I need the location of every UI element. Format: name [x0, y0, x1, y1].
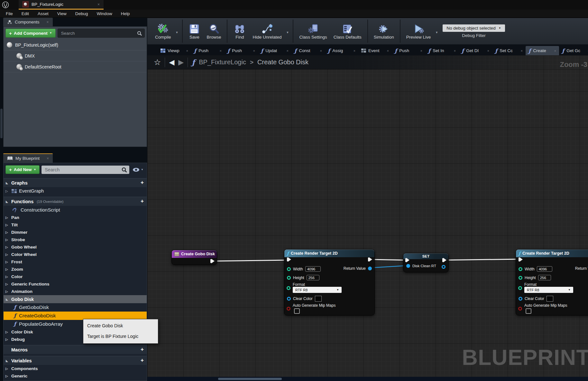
expander-icon[interactable]: ▷	[5, 330, 9, 334]
clear-color-pin-row[interactable]: Clear Color	[519, 296, 553, 302]
expander-icon[interactable]: ▷	[5, 268, 9, 271]
close-icon[interactable]: ×	[387, 49, 389, 53]
save-button[interactable]: Save	[188, 23, 200, 40]
height-value-input[interactable]	[538, 275, 551, 280]
exec-output-pin[interactable]	[442, 258, 446, 262]
close-icon[interactable]: ×	[47, 156, 49, 161]
graph-canvas[interactable]: Create Gobo Disk ƒ Create Render Target …	[147, 55, 588, 377]
add-new-button[interactable]: + Add New ▼	[5, 165, 40, 174]
node-set-disk-clean-rt[interactable]: SET Disk Clean RT	[403, 253, 449, 272]
enum-pin-icon[interactable]	[518, 286, 522, 290]
function-category-frost[interactable]: ▷Frost	[4, 258, 147, 266]
horizontal-scrollbar[interactable]	[218, 378, 282, 380]
menu-debug[interactable]: Debug	[75, 11, 88, 16]
graph-tab-push-2[interactable]: ƒPush×	[225, 46, 258, 55]
function-category-animation[interactable]: ▷Animation	[4, 288, 147, 295]
menu-edit[interactable]: Edit	[22, 11, 29, 16]
graph-tab-event[interactable]: Event×	[358, 46, 392, 55]
exec-output-pin[interactable]	[210, 259, 215, 263]
menu-help[interactable]: Help	[121, 11, 130, 16]
close-icon[interactable]: ×	[47, 20, 49, 24]
color-swatch[interactable]	[547, 296, 553, 302]
graph-tab-get-g[interactable]: ƒGet Gc×	[559, 46, 588, 55]
expander-icon[interactable]: ▷	[5, 275, 9, 278]
tree-row-defaultsceneroot[interactable]: DefaultSceneRoot	[4, 61, 147, 72]
compile-button[interactable]: Compile	[155, 23, 171, 40]
visibility-filter-button[interactable]: ▼	[131, 168, 145, 172]
mipmaps-checkbox[interactable]	[526, 308, 531, 314]
function-category-pan[interactable]: ▷Pan	[4, 214, 147, 221]
favorite-star-icon[interactable]: ☆	[154, 58, 161, 66]
hide-unrelated-options-dropdown[interactable]: ▼	[286, 29, 289, 34]
close-icon[interactable]: ×	[487, 49, 489, 53]
navigate-forward-button[interactable]: ▶	[178, 59, 184, 66]
graphs-section-header[interactable]: ◣ Graphs +	[4, 178, 147, 187]
expander-icon[interactable]: ▷	[5, 231, 9, 234]
function-category-dimmer[interactable]: ▷Dimmer	[4, 229, 147, 236]
enum-pin-icon[interactable]	[287, 286, 290, 290]
exec-output-pin[interactable]	[368, 257, 372, 262]
menu-view[interactable]: View	[57, 11, 67, 16]
function-category-generic-functions[interactable]: ▷Generic Functions	[4, 280, 147, 288]
function-category-gobo-wheel[interactable]: ▷Gobo Wheel	[4, 243, 147, 251]
object-output-pin-icon[interactable]	[442, 265, 446, 269]
expander-icon[interactable]: ◣	[6, 298, 10, 301]
graph-tab-set-in[interactable]: ƒSet In×	[425, 46, 459, 55]
graph-tab-push-1[interactable]: ƒPush×	[191, 46, 225, 55]
return-value-pin-row[interactable]: Return Value	[575, 266, 588, 271]
width-value-input[interactable]	[537, 266, 552, 272]
color-pin-icon[interactable]	[287, 297, 291, 301]
graph-tab-get-di[interactable]: ƒGet DI×	[459, 46, 492, 55]
width-pin-row[interactable]: Width	[287, 266, 321, 272]
function-category-color[interactable]: ▷Color	[4, 273, 147, 280]
preview-live-options-dropdown[interactable]: ▼	[435, 29, 438, 34]
function-category-color-wheel[interactable]: ▷Color Wheel	[4, 251, 147, 258]
expander-icon[interactable]: ▷	[5, 238, 9, 241]
node-create-render-target-2d-1[interactable]: ƒ Create Render Target 2D Width Height F…	[284, 249, 375, 315]
expander-icon[interactable]: ▷	[5, 260, 9, 264]
color-swatch[interactable]	[315, 296, 322, 302]
expander-icon[interactable]: ▷	[5, 216, 9, 219]
hide-unrelated-button[interactable]: Hide Unrelated	[253, 23, 281, 40]
add-variable-button[interactable]: +	[141, 357, 144, 364]
set-variable-pin-row[interactable]: Disk Clean RT	[406, 264, 436, 268]
graph-tab-create-active[interactable]: ƒCreate×	[526, 46, 559, 55]
int-pin-icon[interactable]	[287, 267, 291, 271]
return-value-pin-row[interactable]: Return Value	[344, 266, 372, 271]
left-edge-scrollbar[interactable]	[0, 109, 3, 138]
browse-button[interactable]: Browse	[207, 23, 221, 40]
class-settings-button[interactable]: Class Settings	[299, 23, 327, 40]
clear-color-pin-row[interactable]: Clear Color	[287, 296, 322, 302]
my-blueprint-search-input[interactable]	[44, 167, 122, 173]
tree-row-dmx[interactable]: DMX	[4, 50, 147, 61]
unreal-logo-icon[interactable]	[2, 1, 9, 10]
tree-row-self[interactable]: BP_FixtureLogic(self)	[4, 40, 147, 50]
height-pin-row[interactable]: Height	[287, 275, 319, 280]
my-blueprint-search[interactable]	[41, 166, 129, 174]
add-function-button[interactable]: +	[141, 198, 144, 204]
function-category-strobe[interactable]: ▷Strobe	[4, 236, 147, 243]
exec-input-pin[interactable]	[287, 257, 291, 262]
expander-icon[interactable]: ▷	[5, 223, 9, 227]
macros-section-header[interactable]: Macros +	[4, 345, 147, 354]
exec-input-pin[interactable]	[405, 258, 409, 262]
navigate-back-button[interactable]: ◀	[169, 59, 174, 66]
function-category-tilt[interactable]: ▷Tilt	[4, 221, 147, 229]
functions-section-header[interactable]: ◣ Functions (19 Overridable) +	[4, 197, 147, 206]
close-icon[interactable]: ×	[186, 49, 188, 53]
close-icon[interactable]: ×	[253, 49, 255, 53]
object-pin-icon[interactable]	[368, 267, 372, 270]
menu-asset[interactable]: Asset	[38, 11, 49, 16]
close-icon[interactable]: ×	[287, 49, 289, 53]
expander-icon[interactable]: ▷	[5, 245, 9, 249]
expander-icon[interactable]: ▷	[5, 338, 9, 341]
close-icon[interactable]: ×	[320, 49, 322, 53]
eventgraph-row[interactable]: ▷ EventGraph	[4, 187, 147, 195]
expander-icon[interactable]: ◣	[6, 181, 10, 185]
expander-icon[interactable]: ▷	[5, 189, 9, 193]
tab-my-blueprint[interactable]: My Blueprint ×	[3, 153, 53, 163]
tab-components[interactable]: Components ×	[3, 18, 53, 26]
function-getgobodisk[interactable]: ƒ GetGoboDisk	[4, 303, 147, 312]
variable-category-components[interactable]: ▷Components	[4, 365, 147, 372]
int-pin-icon[interactable]	[519, 267, 522, 271]
